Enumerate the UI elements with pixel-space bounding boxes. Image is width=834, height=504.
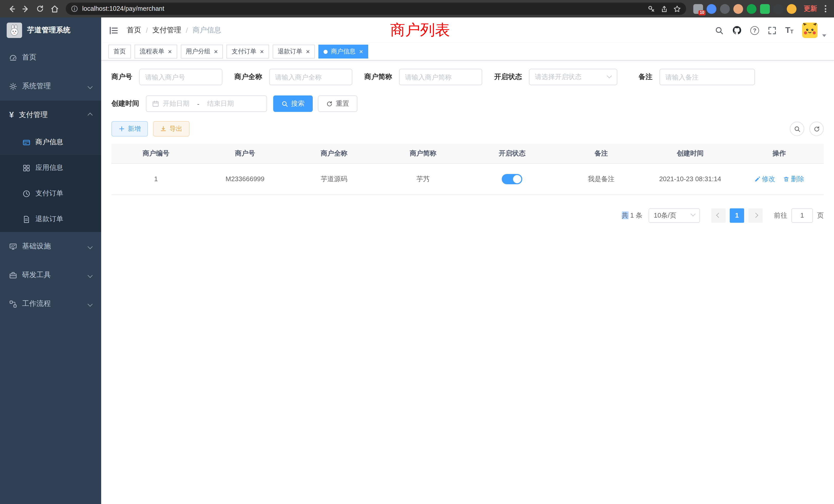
extension-dark-puzzle-icon[interactable] — [773, 4, 783, 14]
extensions-puzzle-icon[interactable]: 10 — [693, 4, 703, 14]
app-logo-rabbit-icon — [7, 23, 22, 38]
sidebar-item-pay-order[interactable]: 支付订单 — [0, 181, 101, 206]
status-toggle[interactable] — [502, 174, 522, 184]
close-icon[interactable]: × — [168, 48, 172, 55]
edit-link[interactable]: 修改 — [754, 174, 775, 183]
chevron-down-icon — [607, 73, 612, 78]
tab-pay-order[interactable]: 支付订单× — [226, 45, 269, 59]
goto-page-input[interactable] — [791, 208, 813, 223]
password-key-icon[interactable] — [648, 5, 655, 13]
status-select[interactable]: 请选择开启状态 — [529, 69, 617, 85]
toggle-search-button[interactable] — [790, 122, 804, 136]
gear-icon — [9, 83, 17, 90]
tab-refund-order[interactable]: 退款订单× — [273, 45, 315, 59]
sidebar-item-label: 工作流程 — [22, 299, 51, 308]
full-name-input[interactable] — [269, 69, 352, 85]
sidebar-item-label: 商户信息 — [36, 138, 63, 147]
merchant-no-label: 商户号 — [111, 72, 132, 82]
reset-button[interactable]: 重置 — [318, 95, 357, 112]
table-row: 1 M233666999 芋道源码 芋艿 我是备注 2021-10-23 08:… — [111, 163, 824, 194]
full-name-label: 商户全称 — [235, 72, 262, 82]
fullscreen-icon[interactable] — [768, 26, 776, 35]
site-info-icon[interactable] — [71, 5, 78, 12]
tab-home[interactable]: 首页 — [108, 45, 131, 59]
close-icon[interactable]: × — [359, 48, 363, 55]
bookmark-star-icon[interactable] — [673, 5, 681, 13]
font-size-icon[interactable]: TT — [785, 26, 793, 35]
table-toolbar: 新增 导出 — [111, 121, 824, 137]
sidebar-item-devtools[interactable]: 研发工具 — [0, 261, 101, 290]
breadcrumb-home[interactable]: 首页 — [127, 26, 141, 35]
forward-icon[interactable] — [19, 2, 33, 16]
yen-icon: ¥ — [9, 111, 14, 119]
add-button[interactable]: 新增 — [111, 121, 148, 137]
cell-created-at: 2021-10-23 08:31:14 — [646, 163, 735, 194]
cell-merchant-id: 1 — [111, 163, 200, 194]
sidebar-item-label: 支付订单 — [36, 189, 63, 198]
breadcrumb-section[interactable]: 支付管理 — [153, 26, 181, 35]
short-name-input[interactable] — [399, 69, 482, 85]
sidebar-toggle[interactable] — [109, 25, 118, 35]
back-icon[interactable] — [4, 2, 19, 16]
chrome-menu-icon[interactable] — [821, 5, 830, 12]
extension-green-square-icon[interactable] — [760, 4, 770, 14]
extensions-badge: 10 — [698, 10, 706, 15]
chevron-left-icon — [716, 213, 721, 218]
pagination-total: 共 1 条 — [622, 211, 642, 220]
sidebar-item-system[interactable]: 系统管理 — [0, 72, 101, 100]
github-icon[interactable] — [732, 26, 742, 35]
remark-input[interactable] — [659, 69, 755, 85]
date-range-picker[interactable]: 开始日期 - 结束日期 — [146, 95, 267, 112]
sidebar-item-payment[interactable]: ¥ 支付管理 — [0, 100, 101, 129]
tab-merchant-info[interactable]: 商户信息× — [319, 45, 368, 59]
refresh-table-button[interactable] — [809, 122, 824, 136]
chevron-down-icon — [88, 301, 93, 306]
sidebar-item-refund-order[interactable]: 退款订单 — [0, 206, 101, 232]
close-icon[interactable]: × — [306, 48, 310, 55]
extension-smiley-icon[interactable] — [787, 4, 796, 14]
tab-user-group[interactable]: 用户分组× — [180, 45, 223, 59]
extension-dark-circle-icon[interactable] — [720, 4, 730, 14]
url-text[interactable]: localhost:1024/pay/merchant — [82, 5, 164, 12]
filter-row-1: 商户号 商户全称 商户简称 开启状态 请选择开启状态 — [111, 69, 824, 85]
page-number-1[interactable]: 1 — [730, 208, 744, 223]
delete-link[interactable]: 删除 — [783, 174, 804, 183]
sidebar-item-merchant-info[interactable]: 商户信息 — [0, 129, 101, 155]
help-icon[interactable]: ? — [750, 26, 759, 35]
chrome-update-button[interactable]: 更新 — [799, 4, 821, 13]
col-status: 开启状态 — [467, 144, 557, 163]
search-button[interactable]: 搜索 — [273, 95, 313, 112]
share-icon[interactable] — [660, 5, 668, 13]
export-button[interactable]: 导出 — [153, 121, 190, 137]
sidebar-item-label: 基础设施 — [22, 242, 51, 251]
sidebar: 芋道管理系统 首页 系统管理 ¥ 支付管理 商户信息 — [0, 18, 101, 504]
plus-icon — [118, 126, 125, 132]
extension-blue-drop-icon[interactable] — [707, 4, 717, 14]
next-page-button[interactable] — [748, 208, 763, 223]
tab-process-form[interactable]: 流程表单× — [135, 45, 177, 59]
cell-merchant-no: M233666999 — [200, 163, 290, 194]
chevron-down-icon — [88, 273, 93, 278]
sidebar-item-workflow[interactable]: 工作流程 — [0, 290, 101, 318]
search-icon — [794, 125, 800, 132]
sidebar-item-infra[interactable]: 基础设施 — [0, 232, 101, 261]
address-bar[interactable]: localhost:1024/pay/merchant — [66, 3, 686, 15]
user-menu-caret-icon[interactable] — [822, 35, 826, 37]
reload-icon[interactable] — [33, 2, 47, 16]
cell-full-name: 芋道源码 — [290, 163, 379, 194]
header-search-icon[interactable] — [715, 26, 724, 35]
close-icon[interactable]: × — [260, 48, 264, 55]
user-avatar[interactable] — [802, 23, 817, 38]
app-logo-row[interactable]: 芋道管理系统 — [0, 18, 101, 43]
browser-window: localhost:1024/pay/merchant 10 更新 — [0, 0, 834, 504]
extension-green-circle-icon[interactable] — [747, 4, 756, 14]
extension-avatar-icon[interactable] — [733, 4, 743, 14]
page-size-select[interactable]: 10条/页 — [649, 208, 700, 223]
sidebar-item-app-info[interactable]: 应用信息 — [0, 155, 101, 181]
sidebar-item-home[interactable]: 首页 — [0, 43, 101, 72]
merchant-no-input[interactable] — [139, 69, 222, 85]
home-icon[interactable] — [47, 2, 62, 16]
prev-page-button[interactable] — [711, 208, 726, 223]
close-icon[interactable]: × — [214, 48, 218, 55]
monitor-icon — [9, 243, 17, 250]
